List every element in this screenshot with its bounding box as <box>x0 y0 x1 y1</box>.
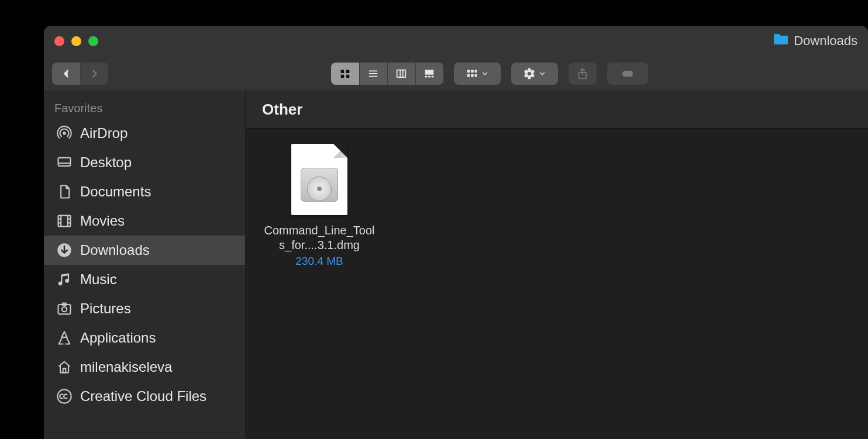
action-menu-button[interactable] <box>511 63 558 85</box>
desktop-icon <box>56 154 73 171</box>
sidebar-item-home[interactable]: milenakiseleva <box>44 352 245 382</box>
sidebar-item-label: Documents <box>80 184 151 200</box>
icon-view-button[interactable] <box>331 63 359 85</box>
sidebar: Favorites AirDropDesktopDocumentsMoviesD… <box>44 91 246 439</box>
traffic-lights <box>54 36 98 46</box>
svg-rect-1 <box>346 70 349 73</box>
sidebar-item-documents[interactable]: Documents <box>44 177 245 206</box>
sidebar-item-label: milenakiseleva <box>80 359 172 375</box>
disk-icon <box>301 168 338 202</box>
svg-rect-11 <box>425 75 428 77</box>
sidebar-item-label: Creative Cloud Files <box>80 388 206 405</box>
folder-icon <box>773 33 789 49</box>
sidebar-item-label: Pictures <box>80 300 131 317</box>
movies-icon <box>56 212 73 230</box>
list-view-button[interactable] <box>359 63 387 85</box>
svg-rect-32 <box>58 305 71 314</box>
window-title-text: Downloads <box>794 33 857 49</box>
sidebar-item-movies[interactable]: Movies <box>44 206 245 236</box>
share-group <box>569 63 597 85</box>
svg-point-21 <box>63 132 66 134</box>
svg-rect-16 <box>474 70 477 72</box>
svg-rect-14 <box>467 70 470 72</box>
sidebar-item-music[interactable]: Music <box>44 265 245 294</box>
apps-icon <box>56 329 73 347</box>
svg-rect-17 <box>467 74 470 77</box>
group-by-group <box>454 63 501 85</box>
sidebar-item-applications[interactable]: Applications <box>44 323 245 352</box>
sidebar-item-label: Desktop <box>80 154 132 171</box>
section-header: Other <box>246 91 868 129</box>
svg-rect-19 <box>474 74 477 77</box>
toolbar <box>44 56 868 91</box>
sidebar-item-label: Movies <box>80 213 125 229</box>
finder-window: Downloads <box>44 26 868 439</box>
share-button[interactable] <box>569 63 597 85</box>
file-item[interactable]: Command_Line_Tools_for....3.1.dmg230.4 M… <box>261 144 378 268</box>
sidebar-item-label: Downloads <box>80 242 150 258</box>
svg-rect-10 <box>425 70 434 74</box>
svg-rect-15 <box>471 70 474 72</box>
back-button[interactable] <box>52 63 80 85</box>
view-mode-group <box>331 63 443 85</box>
window-body: Favorites AirDropDesktopDocumentsMoviesD… <box>44 91 868 439</box>
sidebar-item-label: Applications <box>80 330 156 346</box>
sidebar-item-pictures[interactable]: Pictures <box>44 294 245 323</box>
svg-rect-7 <box>397 70 406 77</box>
column-view-button[interactable] <box>387 63 415 85</box>
forward-button[interactable] <box>80 63 108 85</box>
action-menu-group <box>511 63 558 85</box>
minimize-button[interactable] <box>71 36 81 46</box>
download-icon <box>56 241 73 259</box>
sidebar-item-label: AirDrop <box>80 125 128 141</box>
edit-tags-button[interactable] <box>607 63 648 85</box>
airdrop-icon <box>56 125 73 142</box>
titlebar: Downloads <box>44 26 868 56</box>
svg-rect-3 <box>346 74 349 77</box>
svg-rect-0 <box>340 70 344 73</box>
cc-icon <box>56 388 73 405</box>
svg-rect-13 <box>432 75 434 77</box>
file-grid: Command_Line_Tools_for....3.1.dmg230.4 M… <box>246 129 868 439</box>
home-icon <box>56 358 73 376</box>
sidebar-item-airdrop[interactable]: AirDrop <box>44 119 245 148</box>
content-area: Other Command_Line_Tools_for....3.1.dmg2… <box>246 91 868 439</box>
music-icon <box>56 271 73 288</box>
svg-rect-12 <box>428 75 430 77</box>
zoom-button[interactable] <box>88 36 98 46</box>
dmg-file-icon <box>291 144 347 215</box>
file-size: 230.4 MB <box>295 255 343 268</box>
file-name: Command_Line_Tools_for....3.1.dmg <box>261 223 378 253</box>
svg-rect-2 <box>340 74 344 77</box>
svg-rect-35 <box>63 368 66 372</box>
sidebar-item-label: Music <box>80 271 117 288</box>
sidebar-item-desktop[interactable]: Desktop <box>44 148 245 177</box>
svg-rect-18 <box>471 74 474 77</box>
svg-point-33 <box>62 307 67 312</box>
window-title: Downloads <box>773 33 857 49</box>
nav-buttons <box>52 63 108 85</box>
pictures-icon <box>56 300 73 317</box>
group-by-button[interactable] <box>454 63 501 85</box>
svg-rect-22 <box>58 158 71 166</box>
sidebar-item-downloads[interactable]: Downloads <box>44 236 245 265</box>
tags-group <box>607 63 648 85</box>
sidebar-heading: Favorites <box>44 102 245 119</box>
svg-rect-24 <box>58 216 71 227</box>
gallery-view-button[interactable] <box>415 63 443 85</box>
document-icon <box>56 183 73 201</box>
close-button[interactable] <box>54 36 64 46</box>
sidebar-item-ccloud[interactable]: Creative Cloud Files <box>44 382 245 411</box>
